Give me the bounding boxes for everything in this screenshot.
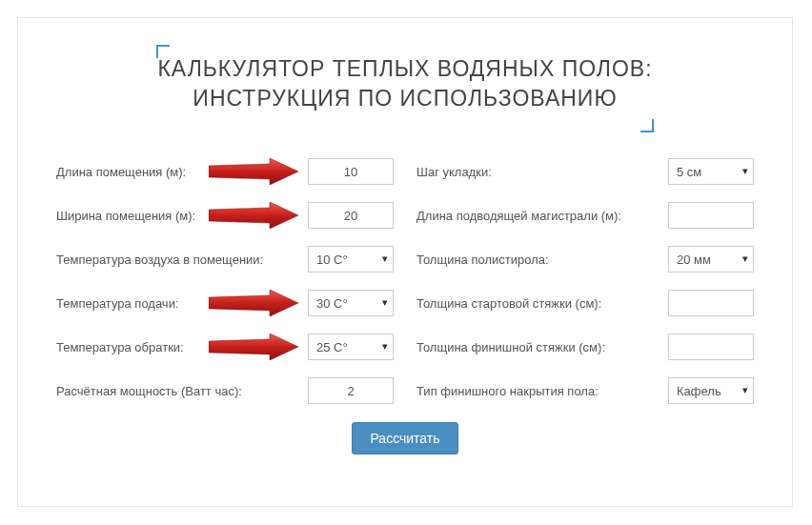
- row-step: Шаг укладки: 5 см: [416, 150, 754, 193]
- finish-screed-input[interactable]: [668, 333, 754, 360]
- air-temp-select[interactable]: 10 C°: [308, 246, 394, 273]
- row-poly-thick: Толщина полистирола: 20 мм: [416, 237, 754, 281]
- row-air-temp: Температура воздуха в помещении: 10 C°: [56, 237, 394, 281]
- return-temp-label: Температура обратки:: [56, 340, 308, 354]
- row-finish-screed: Толщина финишной стяжки (см):: [416, 325, 754, 369]
- finish-screed-label: Толщина финишной стяжки (см):: [416, 340, 668, 354]
- row-feed-length: Длина подводящей магистрали (м):: [416, 193, 754, 237]
- supply-temp-select[interactable]: 30 C°: [308, 290, 394, 316]
- row-supply-temp: Температура подачи: 30 C°: [56, 281, 394, 325]
- title-block: КАЛЬКУЛЯТОР ТЕПЛЫХ ВОДЯНЫХ ПОЛОВ: ИНСТРУ…: [56, 45, 754, 132]
- row-start-screed: Толщина стартовой стяжки (см):: [416, 281, 754, 325]
- length-input[interactable]: [308, 158, 394, 185]
- cover-type-label: Тип финишного накрытия пола:: [416, 384, 668, 398]
- form-grid: Длина помещения (м): Ширина помещения (м…: [56, 150, 754, 413]
- supply-temp-label: Температура подачи:: [56, 296, 308, 311]
- start-screed-input[interactable]: [668, 290, 754, 316]
- right-column: Шаг укладки: 5 см Длина подводящей магис…: [416, 150, 754, 413]
- step-label: Шаг укладки:: [416, 165, 668, 179]
- row-cover-type: Тип финишного накрытия пола: Кафель: [416, 369, 754, 413]
- title-line-2: ИНСТРУКЦИЯ ПО ИСПОЛЬЗОВАНИЮ: [193, 86, 617, 111]
- start-screed-label: Толщина стартовой стяжки (см):: [416, 296, 668, 311]
- corner-decor-tl: [156, 45, 170, 58]
- power-label: Расчётная мощность (Ватт час):: [56, 384, 308, 398]
- width-label: Ширина помещения (м):: [56, 209, 308, 223]
- title-line-1: КАЛЬКУЛЯТОР ТЕПЛЫХ ВОДЯНЫХ ПОЛОВ:: [157, 56, 652, 81]
- air-temp-label: Температура воздуха в помещении:: [56, 252, 308, 267]
- row-length: Длина помещения (м):: [56, 150, 394, 193]
- row-power: Расчётная мощность (Ватт час):: [56, 369, 394, 413]
- row-return-temp: Температура обратки: 25 C°: [56, 325, 394, 369]
- feed-length-input[interactable]: [668, 202, 754, 229]
- cover-type-select[interactable]: Кафель: [668, 377, 754, 404]
- power-input[interactable]: [308, 377, 394, 404]
- row-width: Ширина помещения (м):: [56, 193, 394, 237]
- page-title: КАЛЬКУЛЯТОР ТЕПЛЫХ ВОДЯНЫХ ПОЛОВ: ИНСТРУ…: [94, 54, 716, 113]
- return-temp-select[interactable]: 25 C°: [308, 333, 394, 360]
- left-column: Длина помещения (м): Ширина помещения (м…: [56, 150, 394, 413]
- poly-thick-label: Толщина полистирола:: [416, 252, 668, 267]
- width-input[interactable]: [308, 202, 394, 229]
- length-label: Длина помещения (м):: [56, 165, 308, 179]
- submit-button[interactable]: Рассчитать: [352, 422, 457, 454]
- feed-length-label: Длина подводящей магистрали (м):: [416, 209, 668, 223]
- step-select[interactable]: 5 см: [668, 158, 754, 185]
- corner-decor-br: [640, 119, 654, 132]
- submit-row: Рассчитать: [56, 422, 754, 454]
- poly-thick-select[interactable]: 20 мм: [668, 246, 754, 273]
- calculator-card: КАЛЬКУЛЯТОР ТЕПЛЫХ ВОДЯНЫХ ПОЛОВ: ИНСТРУ…: [17, 17, 793, 507]
